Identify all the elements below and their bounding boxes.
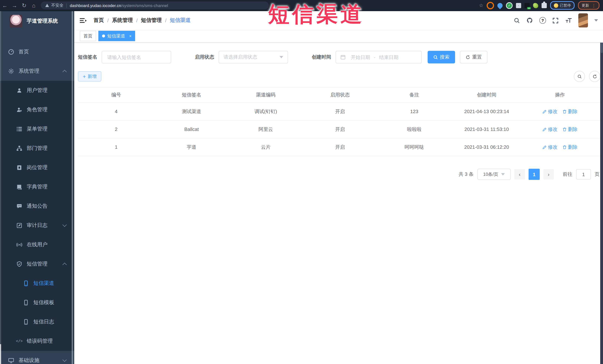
edit-link[interactable]: 修改 <box>542 108 557 115</box>
emoji-icon <box>554 3 558 8</box>
forward-icon[interactable]: → <box>10 0 19 11</box>
extension-orange-icon[interactable] <box>487 2 494 9</box>
font-size-icon[interactable] <box>565 17 572 23</box>
tab-sms-channel[interactable]: 短信渠道 × <box>98 31 135 41</box>
extension-leaf-icon[interactable] <box>533 3 538 8</box>
search-icon[interactable] <box>514 17 520 23</box>
cell-remark: 123 <box>377 109 451 114</box>
sidebar-item-users[interactable]: 用户管理 <box>0 81 74 100</box>
table-toolbar: + 新增 <box>78 71 600 82</box>
breadcrumb-sms[interactable]: 短信管理 <box>141 17 162 24</box>
table-header-row: 编号 短信签名 渠道编码 启用状态 备注 创建时间 操作 <box>78 88 600 103</box>
extension-check-icon[interactable]: ✓ <box>506 2 513 9</box>
sidebar-item-sms-log[interactable]: 短信日志 <box>0 312 74 331</box>
extension-pin-icon[interactable] <box>496 2 504 9</box>
edit-link[interactable]: 修改 <box>542 126 557 132</box>
help-icon[interactable]: ? <box>539 17 546 24</box>
prev-page-button[interactable]: ‹ <box>514 169 525 179</box>
tab-home[interactable]: 首页 <box>80 31 96 41</box>
sidebar-item-sms-channel[interactable]: 短信渠道 <box>0 274 74 293</box>
delete-link[interactable]: 删除 <box>562 108 578 115</box>
reset-button[interactable]: 重置 <box>460 51 487 63</box>
bookmark-star-icon[interactable]: ☆ <box>479 3 483 8</box>
home-icon[interactable]: ⌂ <box>29 0 39 11</box>
edit-square-icon <box>16 222 22 229</box>
sidebar-item-menus[interactable]: 菜单管理 <box>0 119 74 139</box>
breadcrumb-current: 短信渠道 <box>170 17 191 24</box>
total-count: 共 3 条 <box>459 171 474 178</box>
sidebar-item-label: 通知公告 <box>27 203 47 210</box>
sidebar-item-infrastructure[interactable]: 基础设施 <box>0 351 74 364</box>
search-form: 短信签名 启用状态 请选择启用状态 创建时间 - <box>78 51 600 63</box>
breadcrumb-home[interactable]: 首页 <box>93 17 104 24</box>
sign-input[interactable] <box>102 51 171 63</box>
badge-icon <box>16 165 22 171</box>
trash-icon <box>562 109 567 114</box>
breadcrumb-separator: / <box>136 17 138 23</box>
date-range-picker[interactable]: - <box>336 51 422 63</box>
security-label[interactable]: 不安全 <box>51 3 63 8</box>
sidebar-scrollbar[interactable] <box>72 11 73 364</box>
delete-link[interactable]: 删除 <box>562 144 578 150</box>
goto-page-input[interactable] <box>576 169 591 179</box>
avatar[interactable] <box>578 13 588 27</box>
delete-label: 删除 <box>568 108 578 115</box>
sign-input-field[interactable] <box>106 54 166 60</box>
column-header: 渠道编码 <box>229 92 303 98</box>
sidebar-item-sms-template[interactable]: 短信模板 <box>0 293 74 312</box>
table-row[interactable]: 2 Ballcat 阿里云 开启 啦啦啦 2021-03-31 11:53:10… <box>78 121 600 138</box>
close-icon[interactable]: × <box>129 34 132 38</box>
browser-menu-icon[interactable]: ⋮ <box>592 3 596 7</box>
page-size-select[interactable]: 10条/页 <box>477 169 511 180</box>
sidebar-item-system[interactable]: 系统管理 <box>0 62 74 81</box>
extension-dock-icon[interactable]: on <box>524 3 530 8</box>
reload-icon[interactable]: ↻ <box>19 0 29 11</box>
dashboard-icon <box>8 49 14 55</box>
select-caret-icon <box>279 56 283 58</box>
edit-link[interactable]: 修改 <box>542 144 557 150</box>
delete-link[interactable]: 删除 <box>562 126 578 132</box>
extensions-puzzle-icon[interactable] <box>542 3 547 8</box>
sidebar-left-scrollbar[interactable] <box>0 11 1 364</box>
user-menu-caret-icon[interactable] <box>594 19 598 22</box>
table-row[interactable]: 4 测试渠道 调试(钉钉) 开启 123 2021-04-13 00:23:14… <box>78 103 600 121</box>
address-bar[interactable]: 不安全 dashboard.yudao.iocoder.cn /system/s… <box>41 1 269 9</box>
back-icon[interactable]: ← <box>0 0 10 11</box>
sidebar-item-posts[interactable]: 岗位管理 <box>0 158 74 177</box>
update-browser-button[interactable]: 更新 ⋮ <box>578 1 600 10</box>
github-icon[interactable] <box>526 17 533 24</box>
sidebar-item-sms[interactable]: 短信管理 <box>0 254 74 274</box>
search-button[interactable]: 搜索 <box>428 51 455 63</box>
sidebar-item-audit-log[interactable]: 审计日志 <box>0 216 74 235</box>
sidebar-item-home[interactable]: 首页 <box>0 42 74 62</box>
sidebar-item-departments[interactable]: 部门管理 <box>0 139 74 158</box>
end-date-input[interactable] <box>375 54 402 60</box>
sidebar-item-error-codes[interactable]: </> 错误码管理 <box>0 331 74 351</box>
paused-extension-pill[interactable]: 已暂停 <box>550 1 575 10</box>
app-logo[interactable]: 芋道管理系统 <box>0 11 74 31</box>
add-button[interactable]: + 新增 <box>78 71 101 82</box>
sidebar-item-label: 岗位管理 <box>27 164 47 171</box>
column-header: 操作 <box>522 92 598 98</box>
sidebar-item-dict[interactable]: 字典管理 <box>0 177 74 197</box>
next-page-button[interactable]: › <box>544 169 554 179</box>
edit-icon <box>542 109 547 114</box>
collapse-sidebar-icon[interactable] <box>80 18 87 23</box>
breadcrumb-system[interactable]: 系统管理 <box>112 17 133 24</box>
on-badge: on <box>527 7 531 9</box>
table-row[interactable]: 1 芋道 云片 开启 呵呵呵哒 2021-03-31 06:12:20 修改 删… <box>78 138 600 156</box>
status-select[interactable]: 请选择启用状态 <box>219 51 288 63</box>
toggle-search-button[interactable] <box>574 71 585 82</box>
search-icon <box>433 55 438 59</box>
start-date-input[interactable] <box>347 54 374 60</box>
refresh-table-button[interactable] <box>589 71 600 82</box>
sidebar-item-online-users[interactable]: 在线用户 <box>0 235 74 254</box>
window-scrollbar[interactable] <box>600 11 603 364</box>
sidebar-item-label: 短信日志 <box>34 319 54 325</box>
sidebar-item-notice[interactable]: 通知公告 <box>0 197 74 216</box>
page-number-1[interactable]: 1 <box>529 169 540 180</box>
fullscreen-icon[interactable] <box>552 17 559 23</box>
browser-extensions-area: ☆ ✓ on 已暂停 更新 ⋮ <box>479 1 603 10</box>
extension-grid-icon[interactable] <box>516 3 521 8</box>
sidebar-item-roles[interactable]: 角色管理 <box>0 100 74 119</box>
